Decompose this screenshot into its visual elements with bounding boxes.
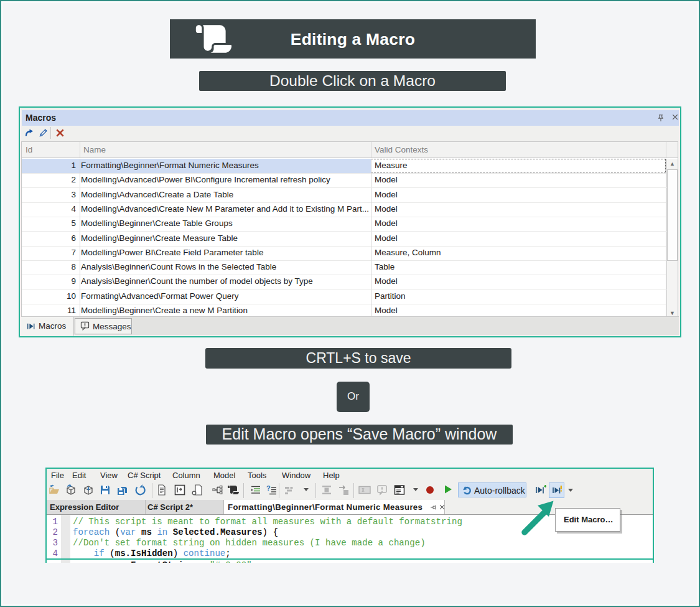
- svg-text:?: ?: [266, 484, 271, 492]
